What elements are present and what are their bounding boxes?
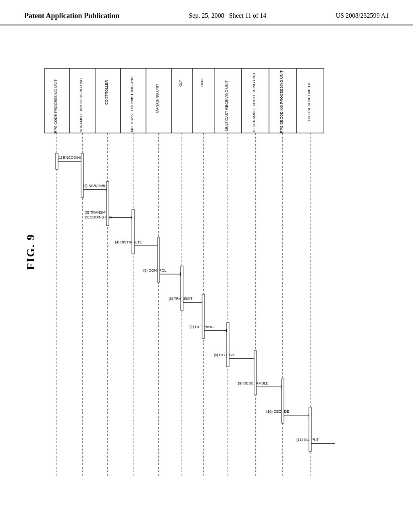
figure-label: FIG. 9	[24, 234, 37, 270]
svg-rect-44	[81, 153, 83, 197]
publication-date-sheet: Sep. 25, 2008 Sheet 11 of 14	[189, 11, 266, 20]
col-header-scramble: SCRAMBLE PROCESSING UNIT	[79, 77, 83, 132]
diagram-svg: RPS CODE PROCESSING UNIT SCRAMBLE PROCES…	[40, 56, 387, 500]
sheet-number: Sheet 11 of 14	[229, 12, 266, 19]
page-header: Patent Application Publication Sep. 25, …	[0, 0, 413, 25]
svg-rect-48	[181, 266, 183, 310]
svg-rect-50	[227, 322, 229, 367]
step1-label: (1) ENCODING	[58, 156, 83, 160]
svg-rect-45	[106, 181, 109, 226]
col-header-multicast-recv: MULTICAST-RECEIVING UNIT	[225, 80, 229, 131]
publication-title: Patent Application Publication	[24, 11, 119, 21]
svg-rect-53	[309, 407, 311, 451]
svg-rect-47	[157, 238, 160, 282]
patent-number: US 2008/232599 A1	[336, 11, 389, 20]
step7-label: (7) FILTERING	[190, 325, 214, 329]
col-header-olt: OLT	[179, 80, 183, 87]
col-header-managing: MANAGING UNIT	[155, 83, 159, 113]
diagram-container: RPS CODE PROCESSING UNIT SCRAMBLE PROCES…	[40, 56, 387, 500]
svg-rect-52	[282, 379, 284, 423]
svg-rect-49	[202, 294, 204, 339]
step2-label: (2) SCRAMBLE	[83, 184, 108, 188]
step11-label: (11) OUTPUT	[296, 438, 319, 442]
svg-rect-6	[193, 69, 214, 133]
col-header-rps-code: RPS CODE PROCESSING UNIT	[54, 79, 58, 133]
col-header-multicast-dist: MULTICAST-DISTRIBUTING UNIT	[130, 76, 134, 132]
svg-rect-46	[132, 210, 134, 254]
col-header-onu: ONU	[200, 79, 204, 87]
step3-label-line1: (3) TRANSMIT	[85, 210, 109, 214]
step9-label: (9) DESCRAMBLE	[238, 381, 269, 385]
step4-label: (4) DISTRIBUTE	[115, 240, 142, 244]
step5-label: (5) CONTROL	[143, 268, 167, 272]
step10-label: (10) DECODE	[266, 409, 289, 414]
col-header-controller: CONTROLLER	[104, 80, 108, 105]
publication-date: Sep. 25, 2008	[189, 12, 224, 19]
svg-rect-51	[254, 351, 257, 395]
svg-rect-43	[56, 153, 58, 169]
col-header-digital-tv: DIGITAL ADAPTIVE TV	[307, 83, 311, 121]
step8-label: (8) RECEIVE	[214, 353, 235, 357]
col-header-descramble: DESCRAMBLE PROCESSING UNIT	[252, 72, 256, 132]
col-header-rps-decoding: RPS DECODING PROCESSING UNIT	[280, 70, 284, 133]
svg-rect-5	[171, 69, 193, 133]
